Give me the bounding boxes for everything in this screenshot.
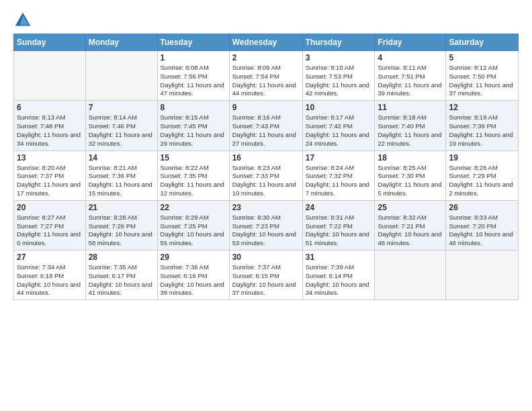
day-cell bbox=[446, 250, 519, 300]
day-cell: 26Sunrise: 8:33 AM Sunset: 7:20 PM Dayli… bbox=[446, 200, 519, 250]
day-number: 20 bbox=[17, 203, 83, 212]
column-header-sunday: Sunday bbox=[14, 34, 86, 51]
day-cell: 23Sunrise: 8:30 AM Sunset: 7:23 PM Dayli… bbox=[229, 200, 302, 250]
day-info: Sunrise: 7:36 AM Sunset: 6:16 PM Dayligh… bbox=[161, 263, 226, 298]
day-number: 28 bbox=[89, 253, 154, 262]
day-number: 19 bbox=[449, 153, 515, 163]
day-number: 12 bbox=[449, 103, 515, 112]
day-number: 15 bbox=[161, 153, 226, 163]
day-info: Sunrise: 8:26 AM Sunset: 7:29 PM Dayligh… bbox=[449, 164, 515, 198]
day-number: 3 bbox=[306, 53, 372, 62]
day-cell: 15Sunrise: 8:22 AM Sunset: 7:35 PM Dayli… bbox=[157, 150, 229, 200]
day-number: 21 bbox=[89, 203, 154, 212]
day-info: Sunrise: 8:21 AM Sunset: 7:36 PM Dayligh… bbox=[89, 164, 154, 198]
day-info: Sunrise: 8:16 AM Sunset: 7:43 PM Dayligh… bbox=[232, 113, 300, 148]
day-info: Sunrise: 8:19 AM Sunset: 7:39 PM Dayligh… bbox=[449, 113, 515, 148]
day-info: Sunrise: 8:31 AM Sunset: 7:22 PM Dayligh… bbox=[306, 214, 372, 248]
day-number: 6 bbox=[17, 103, 83, 112]
day-info: Sunrise: 8:09 AM Sunset: 7:54 PM Dayligh… bbox=[232, 64, 300, 98]
week-row-1: 1Sunrise: 8:08 AM Sunset: 7:56 PM Daylig… bbox=[14, 51, 519, 101]
day-cell bbox=[85, 51, 157, 101]
day-cell: 24Sunrise: 8:31 AM Sunset: 7:22 PM Dayli… bbox=[302, 200, 375, 250]
header bbox=[13, 11, 519, 30]
day-info: Sunrise: 8:27 AM Sunset: 7:27 PM Dayligh… bbox=[17, 214, 83, 248]
day-info: Sunrise: 8:30 AM Sunset: 7:23 PM Dayligh… bbox=[232, 214, 300, 248]
day-cell: 7Sunrise: 8:14 AM Sunset: 7:46 PM Daylig… bbox=[85, 101, 157, 150]
day-cell: 4Sunrise: 8:11 AM Sunset: 7:51 PM Daylig… bbox=[375, 51, 446, 101]
day-cell: 12Sunrise: 8:19 AM Sunset: 7:39 PM Dayli… bbox=[446, 101, 519, 150]
column-header-saturday: Saturday bbox=[446, 34, 519, 51]
day-info: Sunrise: 8:10 AM Sunset: 7:53 PM Dayligh… bbox=[306, 64, 372, 98]
column-header-thursday: Thursday bbox=[302, 34, 375, 51]
day-info: Sunrise: 8:24 AM Sunset: 7:32 PM Dayligh… bbox=[306, 164, 372, 198]
day-info: Sunrise: 8:22 AM Sunset: 7:35 PM Dayligh… bbox=[161, 164, 226, 198]
day-cell: 29Sunrise: 7:36 AM Sunset: 6:16 PM Dayli… bbox=[157, 250, 229, 300]
day-info: Sunrise: 7:39 AM Sunset: 6:14 PM Dayligh… bbox=[306, 263, 372, 298]
day-info: Sunrise: 7:37 AM Sunset: 6:15 PM Dayligh… bbox=[232, 263, 300, 298]
column-header-monday: Monday bbox=[85, 34, 157, 51]
logo-icon bbox=[13, 11, 32, 30]
day-cell: 28Sunrise: 7:35 AM Sunset: 6:17 PM Dayli… bbox=[85, 250, 157, 300]
day-cell: 14Sunrise: 8:21 AM Sunset: 7:36 PM Dayli… bbox=[85, 150, 157, 200]
day-info: Sunrise: 8:13 AM Sunset: 7:48 PM Dayligh… bbox=[17, 113, 83, 148]
day-number: 18 bbox=[378, 153, 443, 163]
day-cell: 2Sunrise: 8:09 AM Sunset: 7:54 PM Daylig… bbox=[229, 51, 302, 101]
day-cell: 20Sunrise: 8:27 AM Sunset: 7:27 PM Dayli… bbox=[14, 200, 86, 250]
day-info: Sunrise: 8:11 AM Sunset: 7:51 PM Dayligh… bbox=[378, 64, 443, 98]
day-cell: 30Sunrise: 7:37 AM Sunset: 6:15 PM Dayli… bbox=[229, 250, 302, 300]
calendar-table: SundayMondayTuesdayWednesdayThursdayFrid… bbox=[13, 34, 519, 300]
day-cell: 1Sunrise: 8:08 AM Sunset: 7:56 PM Daylig… bbox=[157, 51, 229, 101]
day-number: 29 bbox=[161, 253, 226, 262]
day-info: Sunrise: 8:15 AM Sunset: 7:45 PM Dayligh… bbox=[161, 113, 226, 148]
day-info: Sunrise: 8:14 AM Sunset: 7:46 PM Dayligh… bbox=[89, 113, 154, 148]
day-cell: 8Sunrise: 8:15 AM Sunset: 7:45 PM Daylig… bbox=[157, 101, 229, 150]
day-cell: 17Sunrise: 8:24 AM Sunset: 7:32 PM Dayli… bbox=[302, 150, 375, 200]
week-row-5: 27Sunrise: 7:34 AM Sunset: 6:18 PM Dayli… bbox=[14, 250, 519, 300]
column-header-wednesday: Wednesday bbox=[229, 34, 302, 51]
day-number: 2 bbox=[232, 53, 300, 62]
day-cell: 11Sunrise: 8:18 AM Sunset: 7:40 PM Dayli… bbox=[375, 101, 446, 150]
day-info: Sunrise: 8:29 AM Sunset: 7:25 PM Dayligh… bbox=[161, 214, 226, 248]
day-info: Sunrise: 8:08 AM Sunset: 7:56 PM Dayligh… bbox=[161, 64, 226, 98]
day-cell: 31Sunrise: 7:39 AM Sunset: 6:14 PM Dayli… bbox=[302, 250, 375, 300]
day-number: 22 bbox=[161, 203, 226, 212]
day-headers-row: SundayMondayTuesdayWednesdayThursdayFrid… bbox=[14, 34, 519, 51]
day-info: Sunrise: 8:17 AM Sunset: 7:42 PM Dayligh… bbox=[306, 113, 372, 148]
day-number: 5 bbox=[449, 53, 515, 62]
day-cell: 5Sunrise: 8:12 AM Sunset: 7:50 PM Daylig… bbox=[446, 51, 519, 101]
day-number: 24 bbox=[306, 203, 372, 212]
day-cell: 16Sunrise: 8:23 AM Sunset: 7:33 PM Dayli… bbox=[229, 150, 302, 200]
day-info: Sunrise: 7:35 AM Sunset: 6:17 PM Dayligh… bbox=[89, 263, 154, 298]
day-info: Sunrise: 8:33 AM Sunset: 7:20 PM Dayligh… bbox=[449, 214, 515, 248]
day-number: 26 bbox=[449, 203, 515, 212]
day-info: Sunrise: 8:28 AM Sunset: 7:26 PM Dayligh… bbox=[89, 214, 154, 248]
logo bbox=[13, 11, 35, 30]
week-row-2: 6Sunrise: 8:13 AM Sunset: 7:48 PM Daylig… bbox=[14, 101, 519, 150]
page: SundayMondayTuesdayWednesdayThursdayFrid… bbox=[0, 0, 532, 411]
day-info: Sunrise: 8:32 AM Sunset: 7:21 PM Dayligh… bbox=[378, 214, 443, 248]
day-cell: 25Sunrise: 8:32 AM Sunset: 7:21 PM Dayli… bbox=[375, 200, 446, 250]
day-cell: 13Sunrise: 8:20 AM Sunset: 7:37 PM Dayli… bbox=[14, 150, 86, 200]
day-cell: 18Sunrise: 8:25 AM Sunset: 7:30 PM Dayli… bbox=[375, 150, 446, 200]
day-number: 10 bbox=[306, 103, 372, 112]
day-number: 1 bbox=[161, 53, 226, 62]
day-number: 7 bbox=[89, 103, 154, 112]
day-info: Sunrise: 7:34 AM Sunset: 6:18 PM Dayligh… bbox=[17, 263, 83, 298]
day-number: 16 bbox=[232, 153, 300, 163]
day-number: 9 bbox=[232, 103, 300, 112]
day-info: Sunrise: 8:23 AM Sunset: 7:33 PM Dayligh… bbox=[232, 164, 300, 198]
day-number: 30 bbox=[232, 253, 300, 262]
day-cell: 27Sunrise: 7:34 AM Sunset: 6:18 PM Dayli… bbox=[14, 250, 86, 300]
day-info: Sunrise: 8:20 AM Sunset: 7:37 PM Dayligh… bbox=[17, 164, 83, 198]
day-cell: 21Sunrise: 8:28 AM Sunset: 7:26 PM Dayli… bbox=[85, 200, 157, 250]
day-info: Sunrise: 8:18 AM Sunset: 7:40 PM Dayligh… bbox=[378, 113, 443, 148]
day-cell: 22Sunrise: 8:29 AM Sunset: 7:25 PM Dayli… bbox=[157, 200, 229, 250]
column-header-friday: Friday bbox=[375, 34, 446, 51]
day-cell bbox=[14, 51, 86, 101]
day-number: 25 bbox=[378, 203, 443, 212]
day-cell: 9Sunrise: 8:16 AM Sunset: 7:43 PM Daylig… bbox=[229, 101, 302, 150]
week-row-3: 13Sunrise: 8:20 AM Sunset: 7:37 PM Dayli… bbox=[14, 150, 519, 200]
day-number: 11 bbox=[378, 103, 443, 112]
week-row-4: 20Sunrise: 8:27 AM Sunset: 7:27 PM Dayli… bbox=[14, 200, 519, 250]
day-cell: 3Sunrise: 8:10 AM Sunset: 7:53 PM Daylig… bbox=[302, 51, 375, 101]
